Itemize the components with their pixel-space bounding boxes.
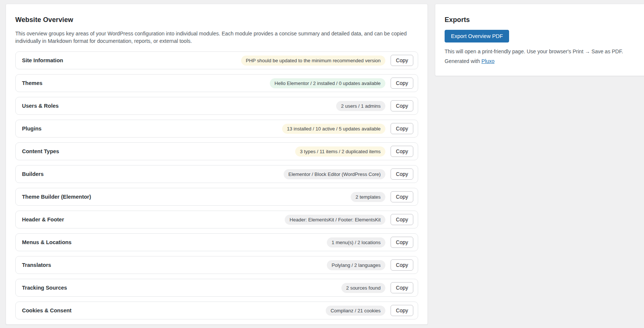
module-status-badge: 1 menu(s) / 2 locations	[327, 237, 386, 247]
module-status-badge: Elementor / Block Editor (WordPress Core…	[284, 169, 386, 179]
generated-with-text: Generated with Pluxo	[445, 58, 635, 64]
module-label: Themes	[22, 80, 42, 86]
module-label: Users & Roles	[22, 103, 59, 109]
copy-button[interactable]: Copy	[391, 123, 413, 134]
module-label: Builders	[22, 171, 44, 177]
module-status-badge: 2 templates	[351, 192, 385, 202]
module-label: Site Information	[22, 57, 63, 63]
module-status-badge: 3 types / 11 items / 2 duplicated items	[295, 146, 386, 157]
module-status-badge: 2 users / 1 admins	[336, 101, 385, 111]
module-status-badge: Polylang / 2 languages	[327, 260, 386, 270]
copy-button[interactable]: Copy	[391, 305, 413, 316]
module-row: Site Information PHP should be updated t…	[15, 51, 418, 69]
module-status-badge: 2 sources found	[341, 283, 386, 293]
module-row: Plugins 13 installed / 10 active / 5 upd…	[15, 120, 418, 138]
module-status-badge: Header: ElementsKit / Footer: ElementsKi…	[285, 215, 385, 225]
module-row: Builders Elementor / Block Editor (WordP…	[15, 165, 418, 183]
module-row: Menus & Locations 1 menu(s) / 2 location…	[15, 233, 418, 251]
copy-button[interactable]: Copy	[391, 100, 413, 111]
module-status-badge: Complianz / 21 cookies	[326, 306, 385, 316]
module-label: Content Types	[22, 148, 59, 154]
module-label: Translators	[22, 262, 51, 268]
module-status-badge: PHP should be updated to the minimum rec…	[241, 56, 386, 66]
generated-with-prefix: Generated with	[445, 58, 482, 64]
module-label: Cookies & Consent	[22, 308, 72, 313]
module-list: Site Information PHP should be updated t…	[15, 51, 418, 319]
copy-button[interactable]: Copy	[391, 214, 413, 225]
copy-button[interactable]: Copy	[391, 237, 413, 248]
page-title: Website Overview	[15, 16, 418, 24]
module-row: Content Types 3 types / 11 items / 2 dup…	[15, 142, 418, 160]
module-status-badge: Hello Elementor / 2 installed / 0 update…	[270, 78, 386, 88]
module-row: Tracking Sources 2 sources found Copy	[15, 279, 418, 297]
module-row: Translators Polylang / 2 languages Copy	[15, 256, 418, 274]
export-overview-pdf-button[interactable]: Export Overview PDF	[445, 30, 509, 42]
page: Website Overview This overview groups ke…	[0, 0, 644, 328]
copy-button[interactable]: Copy	[391, 259, 413, 271]
overview-description: This overview groups key areas of your W…	[15, 30, 418, 45]
copy-button[interactable]: Copy	[391, 282, 413, 293]
copy-button[interactable]: Copy	[391, 78, 413, 89]
copy-button[interactable]: Copy	[391, 146, 413, 157]
copy-button[interactable]: Copy	[391, 191, 413, 202]
website-overview-panel: Website Overview This overview groups ke…	[6, 4, 428, 325]
pluxo-link[interactable]: Pluxo	[482, 58, 495, 64]
module-label: Menus & Locations	[22, 239, 72, 245]
module-label: Header & Footer	[22, 217, 64, 223]
module-row: Cookies & Consent Complianz / 21 cookies…	[15, 302, 418, 319]
exports-panel: Exports Export Overview PDF This will op…	[435, 4, 644, 76]
module-status-badge: 13 installed / 10 active / 5 updates ava…	[282, 124, 386, 134]
copy-button[interactable]: Copy	[391, 55, 413, 66]
module-row: Themes Hello Elementor / 2 installed / 0…	[15, 74, 418, 92]
module-label: Tracking Sources	[22, 285, 67, 291]
module-label: Plugins	[22, 126, 41, 132]
module-row: Users & Roles 2 users / 1 admins Copy	[15, 97, 418, 115]
module-row: Header & Footer Header: ElementsKit / Fo…	[15, 211, 418, 228]
export-note: This will open a print-friendly page. Us…	[445, 48, 635, 54]
copy-button[interactable]: Copy	[391, 168, 413, 180]
module-label: Theme Builder (Elementor)	[22, 194, 91, 200]
exports-title: Exports	[445, 16, 635, 24]
module-row: Theme Builder (Elementor) 2 templates Co…	[15, 188, 418, 206]
